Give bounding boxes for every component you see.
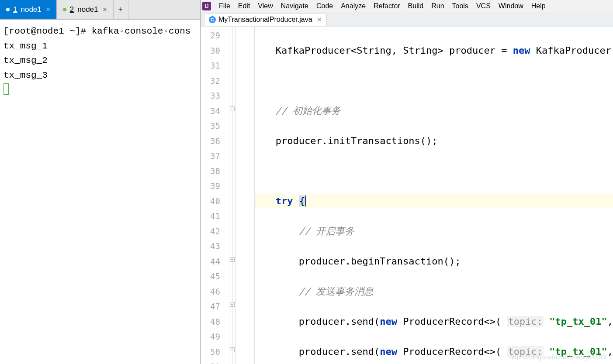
code-text: KafkaProducer — [530, 45, 611, 56]
brace: { — [299, 196, 305, 206]
string-literal: "tp_tx_01" — [549, 316, 607, 327]
comment: // 开启事务 — [299, 226, 355, 237]
prompt-line: [root@node1 ~]# kafka-console-cons — [3, 26, 190, 36]
app-icon: IJ — [202, 2, 211, 10]
code-text: , — [607, 346, 613, 357]
code-text: ProducerRecord<>( — [397, 346, 507, 357]
file-tab-label: MyTransactionalProducer.java — [218, 16, 312, 24]
menu-refactor[interactable]: Refactor — [370, 1, 403, 11]
fold-collapse-icon[interactable]: − — [230, 302, 235, 307]
close-icon[interactable]: ✕ — [46, 7, 50, 13]
tab-label: node1 — [21, 5, 41, 14]
string-literal: "tp_tx_01" — [549, 346, 607, 357]
output-line: tx_msg_2 — [3, 55, 48, 65]
indent-guide — [236, 27, 255, 364]
comment: // 发送事务消息 — [299, 286, 374, 297]
keyword: new — [380, 316, 397, 327]
code-text: KafkaProducer<String, String> producer = — [276, 45, 513, 56]
menu-run[interactable]: Run — [428, 1, 447, 11]
close-icon[interactable]: ✕ — [103, 7, 107, 13]
comment: // 初始化事务 — [276, 105, 341, 116]
editor-tab[interactable]: C MyTransactionalProducer.java ✕ — [204, 13, 327, 26]
output-line: tx_msg_3 — [3, 70, 48, 80]
code-text: producer.initTransactions(); — [276, 135, 438, 146]
menu-edit[interactable]: Edit — [235, 1, 254, 11]
output-line: tx_msg_1 — [3, 41, 48, 51]
caret — [305, 196, 306, 206]
code-content[interactable]: KafkaProducer<String, String> producer =… — [255, 27, 613, 364]
code-text: ProducerRecord<>( — [397, 316, 507, 327]
terminal-pane: 1 node1 ✕ 2 node1 ✕ + [root@node1 ~]# ka… — [0, 0, 201, 364]
tab-label: node1 — [77, 5, 98, 14]
menu-code[interactable]: Code — [313, 1, 336, 11]
menu-analyze[interactable]: Analyze — [337, 1, 369, 11]
menu-bar: IJ File Edit View Navigate Code Analyze … — [201, 0, 613, 12]
java-class-icon: C — [209, 16, 216, 23]
add-tab-button[interactable]: + — [114, 0, 128, 19]
line-gutter: 2930313233343536373839404142434445464748… — [201, 27, 229, 364]
editor-tab-bar: C MyTransactionalProducer.java ✕ — [201, 12, 613, 27]
terminal-tab-1[interactable]: 1 node1 ✕ — [0, 0, 57, 19]
code-text: , — [607, 316, 613, 327]
menu-vcs[interactable]: VCS — [473, 1, 494, 11]
param-hint: topic: — [507, 316, 544, 327]
code-text: producer.send( — [299, 316, 380, 327]
editor-area[interactable]: 2930313233343536373839404142434445464748… — [201, 27, 613, 364]
fold-collapse-icon[interactable]: − — [230, 106, 235, 111]
fold-collapse-icon[interactable]: − — [230, 257, 235, 262]
fold-strip: − − − − — [229, 27, 236, 364]
tab-number: 1 — [13, 5, 17, 14]
terminal-output[interactable]: [root@node1 ~]# kafka-console-cons tx_ms… — [0, 20, 200, 364]
terminal-tab-2[interactable]: 2 node1 ✕ — [57, 0, 114, 19]
menu-tools[interactable]: Tools — [449, 1, 472, 11]
menu-build[interactable]: Build — [405, 1, 427, 11]
tab-number: 2 — [70, 5, 74, 14]
terminal-tab-bar: 1 node1 ✕ 2 node1 ✕ + — [0, 0, 200, 20]
keyword: new — [380, 346, 397, 357]
keyword: new — [513, 45, 530, 56]
keyword: try — [276, 196, 293, 206]
code-text: producer.beginTransaction(); — [299, 256, 461, 267]
menu-view[interactable]: View — [254, 1, 276, 11]
fold-expand-icon[interactable]: − — [230, 347, 235, 352]
menu-file[interactable]: File — [215, 1, 234, 11]
status-dot-icon — [6, 8, 10, 11]
param-hint: topic: — [507, 346, 544, 357]
close-icon[interactable]: ✕ — [317, 16, 322, 23]
ide-pane: IJ File Edit View Navigate Code Analyze … — [201, 0, 613, 364]
terminal-cursor — [3, 83, 9, 95]
menu-window[interactable]: Window — [495, 1, 527, 11]
menu-help[interactable]: Help — [528, 1, 549, 11]
status-dot-icon — [63, 8, 66, 11]
menu-navigate[interactable]: Navigate — [277, 1, 312, 11]
code-text: producer.send( — [299, 346, 380, 357]
